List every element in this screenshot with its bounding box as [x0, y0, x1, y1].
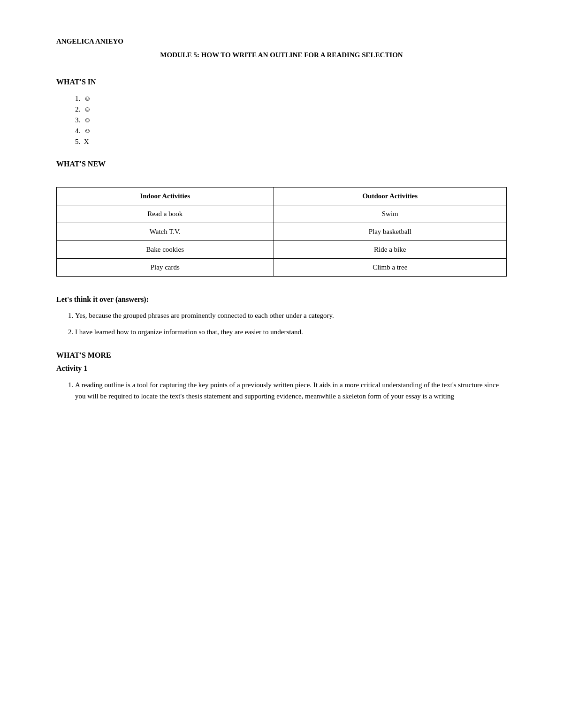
think-over-list: Yes, because the grouped phrases are pro… [56, 310, 507, 337]
list-item: 1. ☺ [75, 95, 507, 103]
item-number: 5. [75, 138, 80, 145]
table-cell: Play basketball [274, 223, 506, 241]
table-row: Play cardsClimb a tree [57, 259, 507, 277]
table-cell: Read a book [57, 205, 274, 223]
whats-more-heading: WHAT'S MORE [56, 351, 507, 360]
list-item: 2. ☺ [75, 105, 507, 113]
list-item: I have learned how to organize informati… [75, 327, 507, 338]
smiley-icon: ☺ [82, 127, 91, 135]
indoor-activities-header: Indoor Activities [57, 188, 274, 205]
item-number: 4. [75, 127, 80, 135]
smiley-icon: ☺ [82, 116, 91, 124]
module-title: MODULE 5: HOW TO WRITE AN OUTLINE FOR A … [56, 51, 507, 59]
table-row: Watch T.V.Play basketball [57, 223, 507, 241]
think-over-heading: Let's think it over (answers): [56, 295, 507, 304]
table-cell: Bake cookies [57, 241, 274, 259]
table-cell: Watch T.V. [57, 223, 274, 241]
list-item: Yes, because the grouped phrases are pro… [75, 310, 507, 321]
table-cell: Play cards [57, 259, 274, 277]
activities-table: Indoor Activities Outdoor Activities Rea… [56, 187, 507, 277]
author-name: ANGELICA ANIEYO [56, 38, 507, 45]
table-cell: Swim [274, 205, 506, 223]
list-item: 5. X [75, 138, 507, 146]
smiley-icon: ☺ [82, 95, 91, 102]
item-number: 3. [75, 116, 80, 124]
activity1-list: A reading outline is a tool for capturin… [56, 379, 507, 402]
list-item: A reading outline is a tool for capturin… [75, 379, 507, 402]
outdoor-activities-header: Outdoor Activities [274, 188, 506, 205]
table-row: Read a bookSwim [57, 205, 507, 223]
activity1-heading: Activity 1 [56, 364, 507, 373]
list-item: 3. ☺ [75, 116, 507, 124]
x-icon: X [82, 138, 89, 145]
table-header-row: Indoor Activities Outdoor Activities [57, 188, 507, 205]
whats-new-heading: WHAT'S NEW [56, 160, 507, 168]
item-number: 2. [75, 105, 80, 113]
table-cell: Climb a tree [274, 259, 506, 277]
table-cell: Ride a bike [274, 241, 506, 259]
whats-in-list: 1. ☺ 2. ☺ 3. ☺ 4. ☺ 5. X [56, 95, 507, 146]
list-item: 4. ☺ [75, 127, 507, 135]
whats-in-heading: WHAT'S IN [56, 78, 507, 86]
table-row: Bake cookiesRide a bike [57, 241, 507, 259]
item-number: 1. [75, 95, 80, 102]
smiley-icon: ☺ [82, 105, 91, 113]
